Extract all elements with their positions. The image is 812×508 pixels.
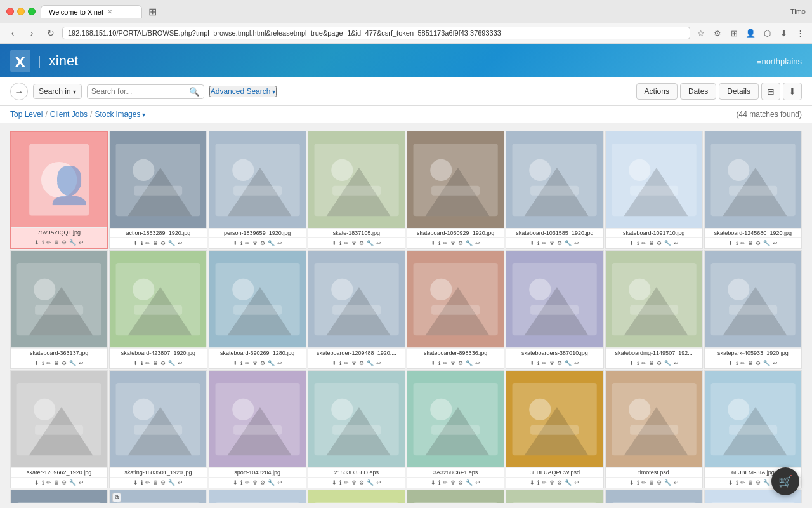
tools-icon[interactable]: 🔧 (366, 239, 374, 247)
settings-icon[interactable]: ⚙ (755, 239, 761, 247)
share-icon[interactable]: ↩ (177, 479, 183, 486)
download-icon[interactable]: ⬇ (232, 359, 239, 367)
edit-icon[interactable]: ✏ (740, 479, 746, 486)
settings-icon[interactable]: ⚙ (457, 479, 464, 486)
share-icon[interactable]: ↩ (78, 239, 84, 246)
share-icon[interactable]: ↩ (772, 239, 778, 247)
settings-icon[interactable]: ⚙ (61, 479, 67, 486)
minimize-button[interactable] (17, 8, 25, 15)
share-icon[interactable]: ↩ (277, 359, 283, 367)
image-item[interactable]: 3EBLUAQPCW.psd⬇ℹ✏♛⚙🔧↩ (506, 370, 603, 488)
download-icon[interactable]: ⬇ (728, 359, 734, 367)
download-icon[interactable]: ⬇ (34, 479, 40, 486)
share-icon[interactable]: ↩ (376, 479, 382, 486)
share-icon[interactable]: ↩ (376, 359, 382, 367)
crown-icon[interactable]: ♛ (450, 239, 456, 247)
crown-icon[interactable]: ♛ (747, 359, 754, 367)
info-icon[interactable]: ℹ (240, 359, 243, 367)
settings-icon[interactable]: ⚙ (358, 359, 365, 367)
info-icon[interactable]: ℹ (41, 239, 44, 246)
info-icon[interactable]: ℹ (339, 239, 342, 247)
edit-icon[interactable]: ✏ (343, 359, 350, 367)
share-icon[interactable]: ↩ (673, 479, 679, 486)
breadcrumb-client-jobs[interactable]: Client Jobs (50, 110, 88, 119)
edit-icon[interactable]: ✏ (244, 239, 251, 247)
search-in-button[interactable]: Search in ▾ (33, 84, 82, 99)
crown-icon[interactable]: ♛ (53, 359, 60, 367)
download-icon[interactable]: ⬇ (34, 239, 40, 246)
tools-icon[interactable]: 🔧 (167, 359, 176, 367)
settings-icon[interactable]: ⚙ (61, 239, 67, 246)
tools-icon[interactable]: 🔧 (465, 479, 473, 486)
crown-icon[interactable]: ♛ (53, 479, 60, 486)
info-icon[interactable]: ℹ (537, 359, 540, 367)
download-icon[interactable]: ⬇ (331, 239, 337, 247)
breadcrumb-top-level[interactable]: Top Level (10, 110, 43, 119)
settings-icon[interactable]: ⚙ (457, 239, 464, 247)
info-icon[interactable]: ℹ (240, 479, 243, 486)
image-item[interactable]: timotest.psd⬇ℹ✏♛⚙🔧↩ (605, 370, 703, 488)
info-icon[interactable]: ℹ (140, 359, 143, 367)
settings-icon[interactable]: ⚙ (755, 479, 761, 486)
image-item[interactable]: skateboard-1091710.jpg⬇ℹ✏♛⚙🔧↩ (605, 131, 703, 249)
download-icon[interactable]: ⬇ (430, 239, 436, 247)
tools-icon[interactable]: 🔧 (267, 479, 275, 486)
crown-icon[interactable]: ♛ (152, 239, 159, 247)
edit-icon[interactable]: ✏ (46, 239, 52, 246)
edit-icon[interactable]: ✏ (740, 359, 746, 367)
info-icon[interactable]: ℹ (438, 239, 441, 247)
tools-icon[interactable]: 🔧 (267, 359, 275, 367)
edit-icon[interactable]: ✏ (343, 239, 350, 247)
settings-icon[interactable]: ⚙ (457, 359, 464, 367)
tools-icon[interactable]: 🔧 (167, 479, 176, 486)
columns-view-button[interactable]: ⊟ (761, 83, 780, 100)
crown-icon[interactable]: ♛ (152, 479, 159, 486)
tools-icon[interactable]: 🔧 (564, 239, 572, 247)
crown-icon[interactable]: ♛ (747, 239, 754, 247)
edit-icon[interactable]: ✏ (343, 479, 350, 486)
tools-icon[interactable]: 🔧 (167, 239, 176, 247)
download-icon[interactable]: ⬇ (430, 359, 436, 367)
settings-icon[interactable]: ⚙ (259, 359, 266, 367)
info-icon[interactable]: ℹ (537, 479, 540, 486)
edit-icon[interactable]: ✏ (641, 239, 647, 247)
download-icon[interactable]: ⬇ (331, 479, 337, 486)
info-icon[interactable]: ℹ (41, 359, 44, 367)
crown-icon[interactable]: ♛ (549, 479, 555, 486)
edit-icon[interactable]: ✏ (541, 479, 547, 486)
crown-icon[interactable]: ♛ (351, 239, 357, 247)
crown-icon[interactable]: ♛ (450, 359, 456, 367)
crown-icon[interactable]: ♛ (450, 479, 456, 486)
url-bar[interactable]: 192.168.151.10/PORTAL/BROWSE.php?tmpl=br… (62, 27, 690, 39)
settings-icon[interactable]: ⚙ (160, 239, 166, 247)
info-icon[interactable]: ℹ (339, 479, 342, 486)
download-icon[interactable]: ⬇ (232, 239, 239, 247)
crown-icon[interactable]: ♛ (747, 479, 754, 486)
tools-icon[interactable]: 🔧 (564, 479, 572, 486)
image-item[interactable]: skateboard-363137.jpg⬇ℹ✏♛⚙🔧↩ (10, 250, 108, 368)
download-icon[interactable]: ⬇ (629, 479, 635, 486)
image-item[interactable]: skateboarder-898336.jpg⬇ℹ✏♛⚙🔧↩ (407, 250, 504, 368)
image-item[interactable]: skateboard-1031585_1920.jpg⬇ℹ✏♛⚙🔧↩ (506, 131, 603, 249)
info-icon[interactable]: ℹ (41, 479, 44, 486)
settings-icon[interactable]: ⚙ (160, 479, 166, 486)
info-icon[interactable]: ℹ (140, 239, 143, 247)
search-submit-button[interactable]: 🔍 (189, 87, 200, 97)
crown-icon[interactable]: ♛ (152, 359, 159, 367)
image-item[interactable]: skater-1209662_1920.jpg⬇ℹ✏♛⚙🔧↩ (10, 370, 108, 488)
edit-icon[interactable]: ✏ (442, 239, 449, 247)
advanced-search-button[interactable]: Advanced Search ▾ (209, 86, 277, 97)
settings-icon[interactable]: ⚙ (358, 239, 365, 247)
settings-icon[interactable]: ⚙ (656, 359, 662, 367)
image-item[interactable]: 21503D358D.eps⬇ℹ✏♛⚙🔧↩ (308, 370, 405, 488)
bookmark-icon[interactable]: ☆ (694, 26, 708, 40)
share-icon[interactable]: ↩ (573, 479, 580, 486)
image-item[interactable]: skate-1837105.jpg⬇ℹ✏♛⚙🔧↩ (308, 131, 405, 249)
tools-icon[interactable]: 🔧 (69, 359, 77, 367)
share-icon[interactable]: ↩ (475, 359, 481, 367)
image-item[interactable]: skateboarding-1149507_192...⬇ℹ✏♛⚙🔧↩ (605, 250, 703, 368)
info-icon[interactable]: ℹ (636, 359, 639, 367)
tools-icon[interactable]: 🔧 (763, 359, 771, 367)
edit-icon[interactable]: ✏ (145, 359, 151, 367)
image-item[interactable]: 👤 75VJAZIQQL.jpg⬇ℹ✏♛⚙🔧↩ (10, 131, 108, 249)
